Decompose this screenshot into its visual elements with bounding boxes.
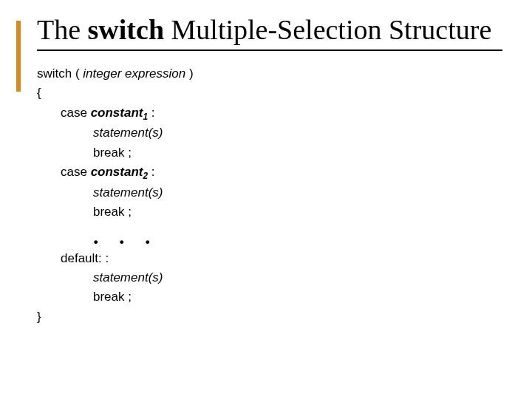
code-text: ) bbox=[185, 66, 193, 81]
title-underline bbox=[37, 50, 502, 51]
title-pre: The bbox=[37, 14, 88, 45]
code-text-bolditalic: constant bbox=[91, 165, 143, 179]
ellipsis: . . . bbox=[93, 225, 502, 248]
code-text-italic: integer expression bbox=[83, 66, 185, 81]
code-line: switch ( integer expression ) bbox=[37, 64, 502, 83]
slide: The switch Multiple-Selection Structure … bbox=[0, 0, 532, 399]
code-line: statement(s) bbox=[93, 183, 502, 202]
code-line: break ; bbox=[93, 287, 502, 307]
title-keyword: switch bbox=[88, 14, 164, 45]
code-line: } bbox=[37, 307, 502, 327]
title-post: Multiple-Selection Structure bbox=[164, 14, 491, 45]
accent-bar bbox=[16, 21, 21, 92]
slide-title: The switch Multiple-Selection Structure bbox=[37, 13, 502, 47]
code-line: break ; bbox=[93, 202, 502, 222]
code-line: statement(s) bbox=[93, 268, 502, 287]
code-text-bolditalic: constant bbox=[91, 106, 143, 120]
code-text: switch ( bbox=[37, 66, 83, 81]
code-text: : bbox=[148, 165, 154, 179]
code-line: statement(s) bbox=[93, 123, 502, 143]
code-text: case bbox=[61, 165, 91, 179]
code-text: case bbox=[61, 106, 91, 120]
code-text: : bbox=[148, 106, 154, 120]
code-line: default: : bbox=[61, 249, 502, 268]
code-line: break ; bbox=[93, 143, 502, 163]
code-line: { bbox=[37, 83, 502, 103]
code-block: switch ( integer expression ) { case con… bbox=[37, 64, 502, 327]
code-line: case constant1 : bbox=[61, 103, 502, 124]
code-line: case constant2 : bbox=[61, 163, 502, 183]
